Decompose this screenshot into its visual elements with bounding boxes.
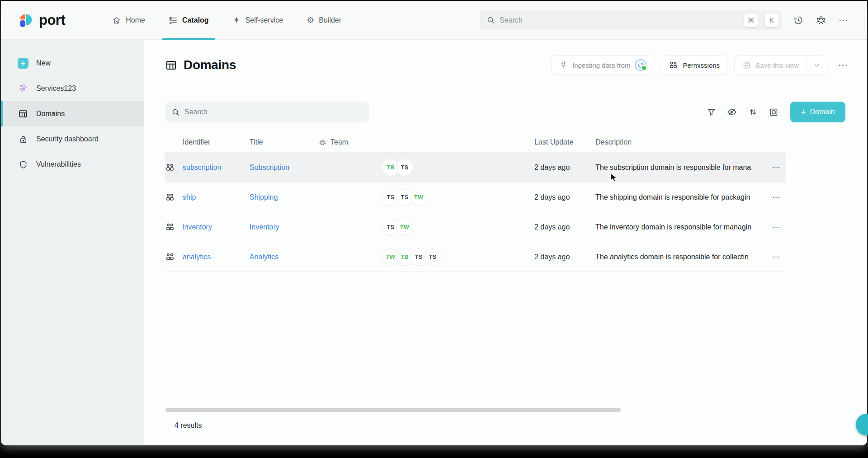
catalog-sidebar: + New Services123 Domains xyxy=(1,40,144,445)
history-button[interactable] xyxy=(790,12,807,28)
sidebar-item-domains[interactable]: Domains xyxy=(1,101,144,126)
tab-home[interactable]: Home xyxy=(106,1,151,40)
catalog-icon xyxy=(169,16,178,25)
row-more-button[interactable]: ⋯ xyxy=(766,252,786,262)
table-row[interactable]: inventory Inventory TS TW 2 days ago The… xyxy=(165,212,786,242)
sidebar-item-vulnerabilities[interactable]: Vulnerabilities xyxy=(1,152,144,177)
blueprint-icon xyxy=(165,163,175,173)
port-logo[interactable]: port xyxy=(17,12,65,29)
col-identifier[interactable]: Identifier xyxy=(183,138,250,146)
group-by-icon xyxy=(769,107,778,117)
save-view-dropdown[interactable] xyxy=(806,56,827,75)
table-search[interactable] xyxy=(165,102,369,122)
add-domain-button[interactable]: + Domain xyxy=(790,102,845,122)
table-icon xyxy=(18,109,28,119)
navbar-actions: ⋯ xyxy=(790,12,852,28)
blueprint-icon xyxy=(165,222,175,232)
tab-label: Home xyxy=(126,16,145,24)
col-last-update[interactable]: Last Update xyxy=(534,138,595,146)
ellipsis-icon: ⋯ xyxy=(772,193,781,202)
row-more-button[interactable]: ⋯ xyxy=(766,192,786,202)
title-link[interactable]: Analytics xyxy=(250,253,278,261)
sidebar-item-label: New xyxy=(36,59,51,67)
col-description[interactable]: Description xyxy=(595,138,766,146)
col-title[interactable]: Title xyxy=(250,138,319,146)
page-more-button[interactable]: ⋯ xyxy=(834,56,852,74)
hide-properties-button[interactable] xyxy=(724,104,740,120)
ellipsis-icon: ⋯ xyxy=(839,15,849,26)
title-link[interactable]: Shipping xyxy=(250,193,278,201)
add-domain-label: Domain xyxy=(810,108,835,116)
group-by-button[interactable] xyxy=(766,104,781,120)
team-badge[interactable]: TS xyxy=(424,248,441,266)
last-update: 2 days ago xyxy=(534,193,595,201)
global-search[interactable]: ⌘ K xyxy=(480,10,782,30)
team-badge[interactable]: TW xyxy=(396,219,413,236)
ingesting-label: Ingesting data from xyxy=(572,61,630,69)
filter-button[interactable] xyxy=(703,104,719,120)
identifier-link[interactable]: analytics xyxy=(183,253,211,261)
teams-icon xyxy=(816,15,826,26)
services-cluster-icon xyxy=(18,84,28,93)
sidebar-item-services123[interactable]: Services123 xyxy=(1,76,144,101)
gear-icon: ⚙ xyxy=(307,16,314,24)
ingesting-data-button[interactable]: Ingesting data from xyxy=(551,55,654,75)
sort-arrows-icon xyxy=(748,107,758,117)
home-icon xyxy=(112,16,121,25)
tab-self-service[interactable]: Self-service xyxy=(226,1,290,40)
table-icon xyxy=(165,59,177,71)
sidebar-item-label: Services123 xyxy=(36,84,76,93)
k-key: K xyxy=(765,14,778,27)
navbar-more-button[interactable]: ⋯ xyxy=(835,12,852,28)
search-icon xyxy=(171,108,180,117)
identifier-link[interactable]: ship xyxy=(183,193,196,201)
page-title: Domains xyxy=(184,58,236,72)
page-header: Domains Ingesting data from xyxy=(144,40,867,86)
sort-button[interactable] xyxy=(745,104,760,120)
domains-table: Identifier Title Team Last Update Descri… xyxy=(165,132,786,272)
tab-label: Self-service xyxy=(245,16,283,24)
save-view-button[interactable]: Save this view xyxy=(735,56,806,75)
sidebar-item-security-dashboard[interactable]: Security dashboard xyxy=(1,126,144,152)
shield-icon xyxy=(19,160,28,169)
tab-label: Builder xyxy=(319,16,341,24)
title-link[interactable]: Inventory xyxy=(250,223,279,231)
team-badge[interactable]: TS xyxy=(396,159,413,176)
table-row[interactable]: subscription Subscription TB TS 2 days a… xyxy=(165,153,786,182)
global-search-input[interactable] xyxy=(500,16,737,24)
ellipsis-icon: ⋯ xyxy=(772,163,781,172)
team-badge[interactable]: TW xyxy=(410,189,427,206)
tab-builder[interactable]: ⚙ Builder xyxy=(300,1,348,40)
teams-button[interactable] xyxy=(813,12,829,28)
sidebar-item-new[interactable]: + New xyxy=(1,51,144,76)
blueprint-icon xyxy=(165,192,175,202)
description: The subscription domain is responsible f… xyxy=(595,164,766,172)
port-logo-icon xyxy=(17,12,34,29)
table-row[interactable]: ship Shipping TS TS TW 2 days ago The sh… xyxy=(165,182,786,212)
plus-icon: + xyxy=(801,108,806,117)
tab-catalog[interactable]: Catalog xyxy=(162,1,215,40)
identifier-link[interactable]: inventory xyxy=(183,223,212,231)
description: The inventory domain is responsible for … xyxy=(595,223,766,231)
domains-page: Domains Ingesting data from xyxy=(144,40,867,445)
lock-icon xyxy=(19,135,28,144)
last-update: 2 days ago xyxy=(534,164,595,172)
title-link[interactable]: Subscription xyxy=(250,164,289,171)
horizontal-scrollbar[interactable] xyxy=(165,408,621,412)
table-search-input[interactable] xyxy=(184,108,363,116)
table-row[interactable]: analytics Analytics TW TB TS TS 2 days a… xyxy=(165,242,786,272)
save-view-group: Save this view xyxy=(734,55,827,75)
header-divider xyxy=(144,86,867,86)
permissions-button[interactable]: Permissions xyxy=(661,55,727,75)
sidebar-item-label: Security dashboard xyxy=(36,135,99,143)
col-team[interactable]: Team xyxy=(319,138,534,146)
description: The analytics domain is responsible for … xyxy=(595,253,766,261)
table-header: Identifier Title Team Last Update Descri… xyxy=(165,132,786,153)
row-more-button[interactable]: ⋯ xyxy=(766,163,786,173)
row-more-button[interactable]: ⋯ xyxy=(766,222,786,232)
ellipsis-icon: ⋯ xyxy=(772,252,781,262)
page-actions: Ingesting data from Permissions xyxy=(551,55,852,75)
logo-text: port xyxy=(39,12,65,28)
identifier-link[interactable]: subscription xyxy=(183,164,221,171)
eye-off-icon xyxy=(726,107,737,117)
